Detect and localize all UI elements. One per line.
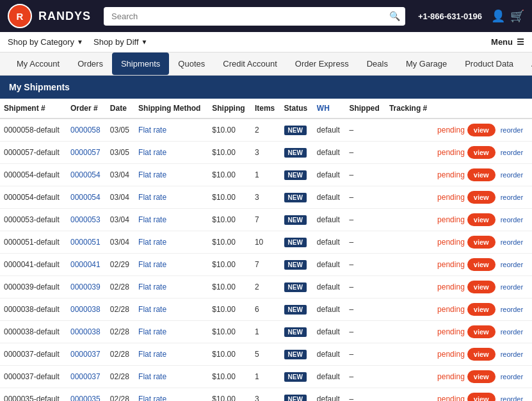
- view-button[interactable]: view: [467, 303, 496, 316]
- order-id[interactable]: 0000058: [67, 119, 106, 142]
- reorder-button[interactable]: reorder: [501, 149, 523, 156]
- shipping-method-link[interactable]: Flat rate: [138, 282, 166, 291]
- shipping-method[interactable]: Flat rate: [134, 343, 208, 366]
- shipping-method[interactable]: Flat rate: [134, 388, 208, 402]
- view-button[interactable]: view: [467, 236, 496, 249]
- view-button[interactable]: view: [467, 146, 496, 159]
- status-cell: NEW: [280, 209, 313, 231]
- shipping-method[interactable]: Flat rate: [134, 276, 208, 299]
- view-button[interactable]: view: [467, 393, 496, 401]
- shipping-method-link[interactable]: Flat rate: [138, 170, 166, 179]
- reorder-button[interactable]: reorder: [501, 283, 523, 291]
- view-button[interactable]: view: [467, 124, 496, 136]
- nav-item-product-data[interactable]: Product Data: [456, 53, 522, 75]
- search-input[interactable]: [104, 7, 405, 26]
- view-button[interactable]: view: [467, 258, 496, 271]
- cart-icon[interactable]: 🛒: [510, 9, 524, 23]
- order-id[interactable]: 0000037: [67, 343, 106, 366]
- order-link[interactable]: 0000037: [70, 350, 101, 359]
- order-link[interactable]: 0000038: [70, 305, 101, 314]
- nav-item-quotes[interactable]: Quotes: [169, 53, 214, 75]
- menu-button[interactable]: Menu ☰: [491, 37, 524, 47]
- shipping-method[interactable]: Flat rate: [134, 186, 208, 209]
- order-id[interactable]: 0000057: [67, 142, 106, 164]
- shipping-method[interactable]: Flat rate: [134, 119, 208, 142]
- order-link[interactable]: 0000051: [70, 238, 101, 247]
- shipping-method-link[interactable]: Flat rate: [138, 193, 166, 202]
- order-id[interactable]: 0000038: [67, 321, 106, 343]
- reorder-button[interactable]: reorder: [501, 171, 523, 179]
- view-button[interactable]: view: [467, 213, 496, 226]
- order-link[interactable]: 0000053: [70, 215, 101, 224]
- shipping-method-link[interactable]: Flat rate: [138, 350, 166, 359]
- view-button[interactable]: view: [467, 348, 496, 361]
- shipping-method[interactable]: Flat rate: [134, 321, 208, 343]
- shipping-method[interactable]: Flat rate: [134, 366, 208, 388]
- order-id[interactable]: 0000054: [67, 164, 106, 186]
- pending-status: pending: [437, 238, 465, 247]
- order-id[interactable]: 0000054: [67, 186, 106, 209]
- shipping-method[interactable]: Flat rate: [134, 299, 208, 321]
- order-id[interactable]: 0000037: [67, 366, 106, 388]
- nav-item-order-express[interactable]: Order Express: [286, 53, 358, 75]
- view-button[interactable]: view: [467, 281, 496, 293]
- reorder-button[interactable]: reorder: [501, 373, 523, 381]
- reorder-button[interactable]: reorder: [501, 126, 523, 134]
- order-id[interactable]: 0000051: [67, 231, 106, 254]
- nav-item-deals[interactable]: Deals: [358, 53, 397, 75]
- shipping-method[interactable]: Flat rate: [134, 142, 208, 164]
- order-id[interactable]: 0000039: [67, 276, 106, 299]
- reorder-button[interactable]: reorder: [501, 193, 523, 201]
- order-link[interactable]: 0000035: [70, 395, 101, 401]
- order-id[interactable]: 0000035: [67, 388, 106, 402]
- order-link[interactable]: 0000054: [70, 170, 101, 179]
- nav-item-orders[interactable]: Orders: [69, 53, 112, 75]
- nav-item-shipments[interactable]: Shipments: [112, 53, 169, 75]
- nav-item-address[interactable]: Address: [522, 53, 532, 75]
- shipping-method-link[interactable]: Flat rate: [138, 305, 166, 314]
- view-button[interactable]: view: [467, 191, 496, 204]
- reorder-button[interactable]: reorder: [501, 261, 523, 268]
- order-link[interactable]: 0000057: [70, 148, 101, 157]
- reorder-button[interactable]: reorder: [501, 350, 523, 358]
- shipping-method-link[interactable]: Flat rate: [138, 148, 166, 157]
- shipping-method-link[interactable]: Flat rate: [138, 395, 166, 401]
- pending-status: pending: [437, 215, 465, 224]
- order-link[interactable]: 0000041: [70, 260, 101, 269]
- order-id[interactable]: 0000038: [67, 299, 106, 321]
- warehouse: default: [313, 164, 346, 186]
- shipping-method-link[interactable]: Flat rate: [138, 238, 166, 247]
- nav-item-my-account[interactable]: My Account: [8, 53, 69, 75]
- user-icon[interactable]: 👤: [491, 9, 505, 23]
- reorder-button[interactable]: reorder: [501, 395, 523, 401]
- shipping-method-link[interactable]: Flat rate: [138, 372, 166, 381]
- nav-item-my-garage[interactable]: My Garage: [397, 53, 456, 75]
- search-icon-button[interactable]: 🔍: [389, 11, 400, 21]
- shop-by-category[interactable]: Shop by Category ▼: [8, 37, 83, 47]
- shipping-method-link[interactable]: Flat rate: [138, 126, 166, 135]
- shipping-method[interactable]: Flat rate: [134, 231, 208, 254]
- view-button[interactable]: view: [467, 370, 496, 383]
- reorder-button[interactable]: reorder: [501, 306, 523, 313]
- reorder-button[interactable]: reorder: [501, 238, 523, 246]
- order-link[interactable]: 0000054: [70, 193, 101, 202]
- shipping-method[interactable]: Flat rate: [134, 209, 208, 231]
- shipping-method[interactable]: Flat rate: [134, 254, 208, 276]
- shipping-method-link[interactable]: Flat rate: [138, 260, 166, 269]
- shipping-method-link[interactable]: Flat rate: [138, 215, 166, 224]
- order-link[interactable]: 0000038: [70, 327, 101, 336]
- row-actions: pendingviewreorder: [433, 209, 532, 231]
- order-id[interactable]: 0000041: [67, 254, 106, 276]
- shipping-method[interactable]: Flat rate: [134, 164, 208, 186]
- nav-item-credit-account[interactable]: Credit Account: [214, 53, 286, 75]
- order-link[interactable]: 0000039: [70, 282, 101, 291]
- reorder-button[interactable]: reorder: [501, 328, 523, 336]
- order-link[interactable]: 0000037: [70, 372, 101, 381]
- shop-by-diff[interactable]: Shop by Diff ▼: [93, 37, 148, 47]
- shipping-method-link[interactable]: Flat rate: [138, 327, 166, 336]
- view-button[interactable]: view: [467, 325, 496, 338]
- view-button[interactable]: view: [467, 168, 496, 181]
- order-id[interactable]: 0000053: [67, 209, 106, 231]
- reorder-button[interactable]: reorder: [501, 216, 523, 224]
- order-link[interactable]: 0000058: [70, 126, 101, 135]
